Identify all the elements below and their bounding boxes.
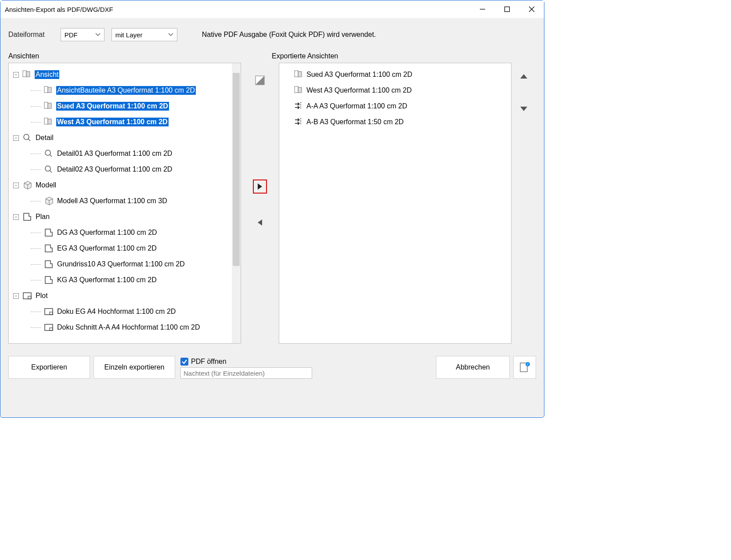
scrollbar[interactable] bbox=[232, 63, 241, 343]
exported-views-list[interactable]: Sued A3 Querformat 1:100 cm 2D West A3 Q… bbox=[279, 63, 511, 344]
magnifier-icon bbox=[22, 133, 32, 143]
exported-item[interactable]: Sued A3 Querformat 1:100 cm 2D bbox=[294, 67, 508, 83]
svg-rect-10 bbox=[505, 7, 510, 12]
tree-item[interactable]: AnsichtBauteile A3 Querformat 1:100 cm 2… bbox=[11, 83, 239, 98]
svg-text:i: i bbox=[527, 363, 528, 366]
tree-item-label: Doku EG A4 Hochformat 1:100 cm 2D bbox=[56, 307, 176, 316]
tree-item[interactable]: EG A3 Querformat 1:100 cm 2D bbox=[11, 241, 239, 256]
exported-item-label: West A3 Querformat 1:100 cm 2D bbox=[306, 86, 412, 94]
exported-item-label: Sued A3 Querformat 1:100 cm 2D bbox=[306, 71, 412, 79]
exported-item[interactable]: A-A A3 Querformat 1:100 cm 2D bbox=[294, 98, 508, 114]
tree-item[interactable]: Detail02 A3 Querformat 1:100 cm 2D bbox=[11, 162, 239, 177]
tree-item-label: Sued A3 Querformat 1:100 cm 2D bbox=[56, 102, 169, 111]
native-pdf-message: Native PDF Ausgabe (Foxit Quick PDF) wir… bbox=[202, 31, 376, 39]
window-title: Ansichten-Export als PDF/DWG/DXF bbox=[5, 6, 470, 13]
elevation-icon bbox=[294, 70, 304, 79]
exported-views-label: Exportierte Ansichten bbox=[272, 52, 338, 60]
exported-item[interactable]: A-B A3 Querformat 1:50 cm 2D bbox=[294, 114, 508, 130]
collapse-icon[interactable]: − bbox=[13, 72, 19, 78]
tree-item[interactable]: Doku Schnitt A-A A4 Hochformat 1:100 cm … bbox=[11, 319, 239, 335]
toggle-grayscale-button[interactable] bbox=[253, 73, 267, 87]
elevation-icon bbox=[44, 117, 54, 127]
close-button[interactable] bbox=[519, 0, 544, 18]
title-bar: Ansichten-Export als PDF/DWG/DXF bbox=[0, 0, 544, 18]
elevation-icon bbox=[294, 86, 304, 95]
magnifier-icon bbox=[44, 149, 54, 158]
views-tree[interactable]: − Ansicht AnsichtBauteile A3 Querformat … bbox=[8, 63, 241, 344]
tree-item-label: KG A3 Querformat 1:100 cm 2D bbox=[56, 276, 158, 284]
tree-item[interactable]: West A3 Querformat 1:100 cm 2D bbox=[11, 114, 239, 130]
open-pdf-checkbox[interactable] bbox=[180, 358, 188, 366]
info-button[interactable]: i bbox=[513, 356, 536, 379]
cancel-button-label: Abbrechen bbox=[456, 363, 490, 371]
open-pdf-label: PDF öffnen bbox=[191, 358, 227, 366]
model-icon bbox=[22, 180, 32, 190]
elevation-icon bbox=[44, 86, 54, 95]
elevation-icon bbox=[22, 70, 32, 79]
tree-group-label: Modell bbox=[35, 181, 57, 190]
export-single-button-label: Einzeln exportieren bbox=[104, 363, 165, 371]
maximize-button[interactable] bbox=[495, 0, 519, 18]
export-single-button[interactable]: Einzeln exportieren bbox=[94, 356, 175, 379]
chevron-down-icon bbox=[168, 32, 173, 37]
scrollbar-thumb[interactable] bbox=[233, 73, 240, 266]
plan-icon bbox=[44, 228, 54, 237]
export-button[interactable]: Exportieren bbox=[8, 356, 90, 379]
tree-item-label: EG A3 Querformat 1:100 cm 2D bbox=[56, 244, 158, 253]
tree-group-plan[interactable]: − Plan bbox=[11, 209, 239, 225]
plot-icon bbox=[22, 291, 32, 301]
tree-item[interactable]: Sued A3 Querformat 1:100 cm 2D bbox=[11, 98, 239, 114]
tree-group-label: Detail bbox=[35, 133, 54, 142]
export-button-label: Exportieren bbox=[31, 363, 67, 371]
layer-option-select[interactable]: mit Layer bbox=[112, 28, 177, 41]
file-format-value: PDF bbox=[65, 31, 78, 39]
tree-item-label: DG A3 Querformat 1:100 cm 2D bbox=[56, 228, 158, 237]
section-icon bbox=[294, 117, 304, 127]
plan-icon bbox=[44, 275, 54, 285]
tree-item-label: Grundriss10 A3 Querformat 1:100 cm 2D bbox=[56, 260, 186, 269]
file-format-select[interactable]: PDF bbox=[61, 28, 104, 41]
tree-group-ansicht[interactable]: − Ansicht bbox=[11, 67, 239, 83]
section-icon bbox=[294, 101, 304, 111]
tree-group-modell[interactable]: − Modell bbox=[11, 177, 239, 193]
remove-from-export-button[interactable] bbox=[253, 215, 267, 230]
move-up-button[interactable] bbox=[517, 70, 531, 84]
tree-item[interactable]: Grundriss10 A3 Querformat 1:100 cm 2D bbox=[11, 256, 239, 272]
file-format-label: Dateiformat bbox=[8, 31, 45, 39]
tree-item[interactable]: Detail01 A3 Querformat 1:100 cm 2D bbox=[11, 146, 239, 162]
layer-option-value: mit Layer bbox=[115, 31, 143, 39]
exported-item-label: A-B A3 Querformat 1:50 cm 2D bbox=[306, 118, 403, 126]
collapse-icon[interactable]: − bbox=[13, 214, 19, 220]
views-label: Ansichten bbox=[8, 52, 272, 60]
model-icon bbox=[44, 196, 54, 206]
tree-group-plot[interactable]: − Plot bbox=[11, 288, 239, 304]
tree-item-label: Doku Schnitt A-A A4 Hochformat 1:100 cm … bbox=[56, 323, 201, 332]
exported-item-label: A-A A3 Querformat 1:100 cm 2D bbox=[306, 102, 407, 110]
tree-item-label: Detail02 A3 Querformat 1:100 cm 2D bbox=[56, 165, 173, 174]
plan-icon bbox=[22, 212, 32, 222]
tree-item-label: Detail01 A3 Querformat 1:100 cm 2D bbox=[56, 149, 173, 158]
tree-group-label: Plan bbox=[35, 212, 50, 221]
tree-item-label: West A3 Querformat 1:100 cm 2D bbox=[56, 118, 169, 126]
suffix-input[interactable] bbox=[180, 367, 312, 379]
tree-item[interactable]: Doku EG A4 Hochformat 1:100 cm 2D bbox=[11, 304, 239, 319]
cancel-button[interactable]: Abbrechen bbox=[436, 356, 510, 379]
plot-icon bbox=[44, 307, 54, 316]
tree-item[interactable]: Modell A3 Querformat 1:100 cm 3D bbox=[11, 193, 239, 209]
add-to-export-button[interactable] bbox=[253, 179, 267, 194]
tree-item-label: Modell A3 Querformat 1:100 cm 3D bbox=[56, 197, 168, 205]
tree-item[interactable]: DG A3 Querformat 1:100 cm 2D bbox=[11, 225, 239, 241]
collapse-icon[interactable]: − bbox=[13, 183, 19, 188]
plot-icon bbox=[44, 323, 54, 332]
tree-group-label: Ansicht bbox=[35, 70, 59, 79]
exported-item[interactable]: West A3 Querformat 1:100 cm 2D bbox=[294, 83, 508, 98]
tree-group-label: Plot bbox=[35, 291, 49, 300]
tree-group-detail[interactable]: − Detail bbox=[11, 130, 239, 146]
move-down-button[interactable] bbox=[517, 101, 531, 115]
plan-icon bbox=[44, 244, 54, 253]
minimize-button[interactable] bbox=[470, 0, 495, 18]
collapse-icon[interactable]: − bbox=[13, 293, 19, 299]
elevation-icon bbox=[44, 101, 54, 111]
collapse-icon[interactable]: − bbox=[13, 135, 19, 141]
tree-item[interactable]: KG A3 Querformat 1:100 cm 2D bbox=[11, 272, 239, 288]
